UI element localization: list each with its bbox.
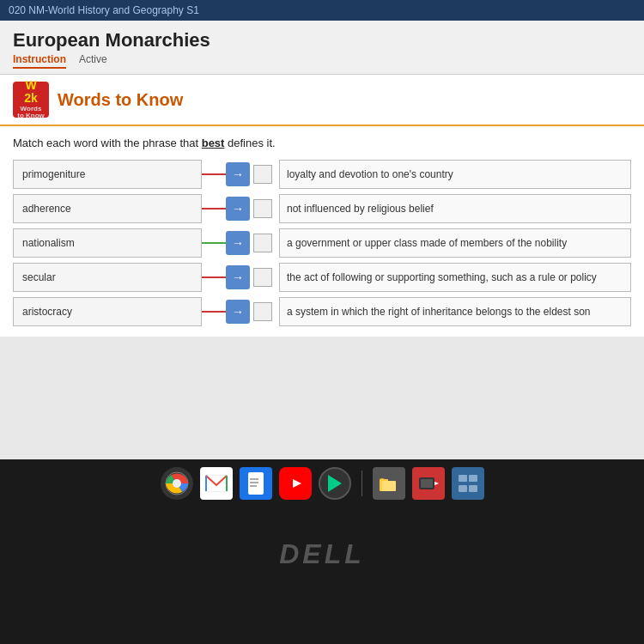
page-header: European Monarchies Instruction Active [0,21,644,75]
taskbar [0,459,644,507]
activity-area: Match each word with the phrase that bes… [0,126,644,337]
svg-rect-8 [250,485,257,487]
wtk-banner: W2k Wordsto Know Words to Know [0,75,644,126]
def-box-2: not influenced by religious belief [279,194,631,223]
def-box-1: loyalty and devotion to one's country [279,160,631,189]
connector-5: → [202,297,253,326]
svg-rect-7 [250,482,258,483]
taskbar-divider [361,471,362,496]
svg-rect-17 [459,475,467,482]
word-box-4: secular [13,263,202,292]
def-checkbox-1[interactable] [253,165,272,184]
svg-rect-15 [421,479,433,488]
nav-instruction[interactable]: Instruction [13,53,66,69]
chrome-icon[interactable] [161,467,193,500]
line-3 [202,242,226,244]
connector-column: → → → → [202,160,253,326]
def-box-3: a government or upper class made of memb… [279,228,631,258]
svg-rect-18 [469,475,477,482]
line-5 [202,311,226,313]
line-4 [202,276,226,278]
gmail-icon[interactable] [200,467,233,500]
connector-2: → [202,194,253,223]
top-bar: 020 NM-World History and Geography S1 [0,0,644,21]
instruction-bold: best [202,137,225,149]
wtk-icon-subtext: Wordsto Know [17,106,45,121]
svg-rect-6 [250,478,258,480]
line-2 [202,208,226,210]
dell-logo: DELL [279,538,365,570]
wtk-icon-text: W2k [24,79,38,106]
def-row-3: a government or upper class made of memb… [253,228,631,258]
def-checkbox-3[interactable] [253,234,272,252]
word-box-5: aristocracy [13,297,202,326]
multiwindow-icon[interactable] [452,467,484,500]
screenrec-icon[interactable] [412,467,445,500]
def-row-1: loyalty and devotion to one's country [253,160,631,189]
arrow-btn-3[interactable]: → [226,231,250,255]
dell-area: DELL [0,507,644,601]
svg-point-1 [173,479,181,488]
screen: 020 NM-World History and Geography S1 Eu… [0,0,644,507]
instruction-text: Match each word with the phrase that bes… [13,137,631,149]
def-checkbox-5[interactable] [253,302,272,321]
svg-marker-16 [434,482,439,485]
def-checkbox-4[interactable] [253,268,272,287]
page-title: European Monarchies [13,29,631,52]
word-box-2: adherence [13,194,202,223]
svg-rect-13 [382,481,396,491]
wtk-icon: W2k Wordsto Know [13,82,49,118]
arrow-btn-1[interactable]: → [226,162,250,186]
svg-rect-20 [469,485,477,492]
wtk-title: Words to Know [58,90,183,110]
right-column: loyalty and devotion to one's country no… [253,160,631,326]
def-row-2: not influenced by religious belief [253,194,631,223]
arrow-btn-4[interactable]: → [226,265,250,289]
def-box-4: the act of following or supporting somet… [279,263,631,292]
matching-container: primogeniture adherence nationalism secu… [13,160,631,326]
svg-rect-19 [459,485,467,492]
svg-marker-11 [328,475,342,492]
def-checkbox-2[interactable] [253,199,272,218]
connector-3: → [202,228,253,258]
play-icon[interactable] [319,467,351,500]
connector-4: → [202,263,253,292]
word-box-3: nationalism [13,228,202,258]
top-bar-title: 020 NM-World History and Geography S1 [9,4,199,16]
def-row-4: the act of following or supporting somet… [253,263,631,292]
files-icon[interactable] [373,467,405,500]
word-box-1: primogeniture [13,160,202,189]
arrow-btn-2[interactable]: → [226,197,250,221]
content-area: European Monarchies Instruction Active W… [0,21,644,507]
def-box-5: a system in which the right of inheritan… [279,297,631,326]
left-column: primogeniture adherence nationalism secu… [13,160,202,326]
def-row-5: a system in which the right of inheritan… [253,297,631,326]
arrow-btn-5[interactable]: → [226,300,250,324]
connector-1: → [202,160,253,189]
nav-active: Active [79,53,107,69]
youtube-icon[interactable] [279,467,312,500]
page-nav: Instruction Active [13,53,631,74]
docs-icon[interactable] [240,467,272,500]
line-1 [202,173,226,175]
